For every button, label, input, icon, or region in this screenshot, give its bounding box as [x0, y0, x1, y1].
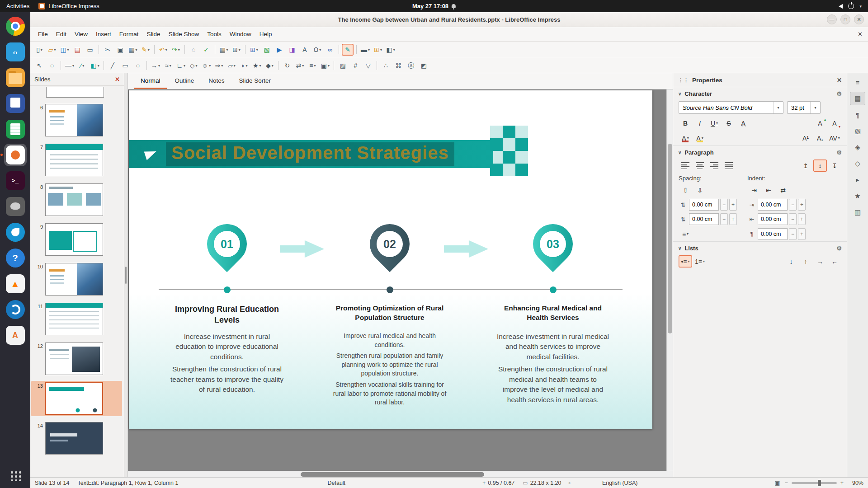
snap-guides[interactable]: ⊞▾ [231, 44, 242, 56]
menu-item[interactable]: Window [226, 28, 255, 40]
first-line-indent-input[interactable] [758, 228, 788, 240]
slide-thumbnail[interactable] [45, 223, 103, 256]
map-pin-marker[interactable]: 03 [474, 224, 632, 278]
promote[interactable]: ← [828, 255, 841, 267]
toggle-extrusion[interactable]: ◩ [418, 60, 429, 71]
files[interactable] [4, 66, 27, 89]
align-bottom[interactable]: ↧ [828, 160, 841, 172]
slide-thumbnail[interactable] [45, 422, 103, 455]
first-line-indent-decrease[interactable]: − [789, 228, 797, 240]
panel-splitter[interactable] [124, 73, 128, 477]
slide-column[interactable]: 03 Enhancing Rural Medical and Health Se… [474, 224, 632, 278]
terminal[interactable]: >_ [4, 169, 27, 192]
separator[interactable] [377, 61, 377, 70]
slide-thumbnail-row[interactable]: 12 [31, 341, 122, 376]
italic[interactable]: I [693, 117, 707, 129]
bold[interactable]: B [679, 117, 692, 129]
gallery-deck[interactable]: ▧ [850, 124, 865, 138]
separator[interactable] [146, 61, 147, 70]
redo[interactable]: ↷▾ [170, 44, 182, 56]
shadow[interactable]: ▨ [337, 60, 349, 71]
navigator-deck[interactable]: ◈ [850, 141, 865, 154]
zoom-level[interactable]: 90% [848, 480, 863, 486]
separator[interactable] [99, 45, 99, 54]
system-tray[interactable]: ▾ [839, 3, 868, 9]
separator[interactable] [154, 45, 155, 54]
separator[interactable] [278, 61, 278, 70]
line-spacing-button[interactable]: ≡▾ [679, 228, 692, 240]
align-center[interactable] [693, 160, 707, 172]
spacing-above-increase[interactable]: + [729, 199, 737, 211]
first-line-indent-increase[interactable]: + [798, 228, 806, 240]
gear-icon[interactable]: ⚙ [836, 90, 842, 97]
maximize-button[interactable]: □ [840, 14, 850, 24]
increase-paragraph-spacing[interactable]: ⇧ [679, 184, 692, 196]
ide-app[interactable] [4, 298, 27, 321]
document-close-button[interactable]: ✕ [858, 31, 868, 38]
zoom-slider[interactable] [792, 482, 837, 484]
symbol-shapes[interactable]: ☺▾ [200, 60, 212, 71]
show-draw-functions[interactable]: ✎ [342, 44, 354, 56]
zoom-slider-thumb[interactable] [818, 480, 821, 486]
separator[interactable] [339, 45, 339, 54]
vertical-scrollbar-thumb[interactable] [668, 144, 672, 333]
ellipse[interactable]: ○ [132, 60, 144, 71]
image-filter[interactable]: ▽ [362, 60, 374, 71]
undo[interactable]: ↶▾ [157, 44, 169, 56]
slide-thumbnail-row[interactable]: 11 [31, 301, 122, 337]
arrange[interactable]: ▣▾ [319, 60, 331, 71]
remmina[interactable] [4, 221, 27, 244]
master-slide-name[interactable]: Default [327, 480, 345, 486]
spacing-below-increase[interactable]: + [729, 213, 737, 225]
spacer[interactable] [708, 132, 798, 144]
horizontal-scrollbar-thumb[interactable] [301, 472, 484, 477]
rotate[interactable]: ↻ [281, 60, 293, 71]
menu-item[interactable]: File [34, 28, 52, 40]
slide-thumbnail-row[interactable]: 7 [31, 142, 122, 178]
slide-thumbnail-row[interactable]: 14 [31, 421, 122, 456]
paragraph-section-header[interactable]: ∨ Paragraph ⚙ [673, 145, 847, 158]
separator[interactable] [334, 61, 334, 70]
callout-shapes[interactable]: ◗▾ [238, 60, 250, 71]
gear-icon[interactable]: ⚙ [836, 245, 842, 252]
separator[interactable] [245, 45, 245, 54]
display-grid[interactable]: ▦▾ [218, 44, 230, 56]
crop-image[interactable]: # [349, 60, 361, 71]
separator[interactable] [104, 61, 104, 70]
slide-thumbnail-row[interactable]: 8 [31, 182, 122, 217]
underline[interactable]: U▾ [708, 117, 721, 129]
show-applications-button[interactable] [4, 466, 27, 484]
line-color[interactable]: ∕▾ [76, 60, 88, 71]
text-language[interactable]: English (USA) [602, 480, 638, 486]
view-tab[interactable]: Slide Sorter [233, 73, 278, 89]
gear-icon[interactable]: ⚙ [836, 149, 842, 156]
insert-hyperlink[interactable]: ∞ [324, 44, 336, 56]
vscode[interactable]: ‹› [4, 41, 27, 63]
view-tab[interactable]: Notes [202, 73, 231, 89]
basic-shapes[interactable]: ◇▾ [188, 60, 199, 71]
sidebar-settings[interactable]: ≡ [850, 75, 865, 89]
flip[interactable]: ⇄▾ [294, 60, 306, 71]
strikethrough[interactable]: S [722, 117, 736, 129]
slide-layout[interactable]: ◧▾ [385, 44, 396, 56]
vlc[interactable]: ▲ [4, 272, 27, 295]
header-footer[interactable]: ▬▾ [359, 44, 371, 56]
edit-points[interactable]: ∴ [380, 60, 392, 71]
open[interactable]: ▱▾ [46, 44, 58, 56]
curves-polygons[interactable]: ≈▾ [162, 60, 174, 71]
insert-image[interactable]: ▧ [261, 44, 273, 56]
unordered-list[interactable]: •≡▾ [679, 255, 692, 267]
vertical-scrollbar[interactable] [666, 89, 673, 471]
map-pin-marker[interactable]: 01 [148, 224, 306, 278]
menu-item[interactable]: Insert [92, 28, 115, 40]
align-left[interactable] [679, 160, 692, 172]
spacing-above-input[interactable] [689, 199, 719, 211]
font-name-dropdown[interactable]: ▾ [773, 102, 783, 113]
new-slide[interactable]: ⊞▾ [372, 44, 384, 56]
indent-after-decrease[interactable]: − [789, 213, 797, 225]
close-button[interactable]: ✕ [854, 14, 864, 24]
spacing-below-decrease[interactable]: − [720, 213, 728, 225]
gimp[interactable] [4, 195, 27, 218]
spacer[interactable] [751, 117, 812, 129]
font-size-dropdown[interactable]: ▾ [810, 102, 820, 113]
